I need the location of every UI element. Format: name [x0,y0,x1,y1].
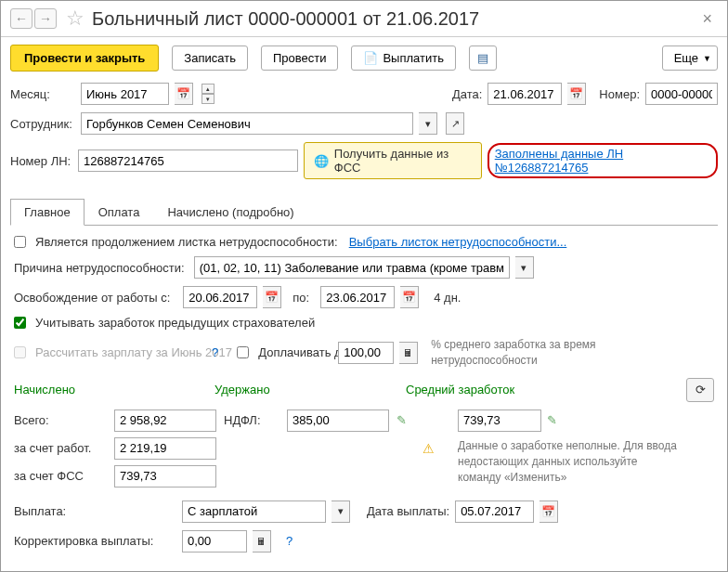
tab-main[interactable]: Главное [10,199,84,226]
extra-pay-label: Доплачивать до [258,345,332,359]
avg-input[interactable] [458,410,541,432]
tab-accrued[interactable]: Начислено (подробно) [153,199,307,226]
continuation-checkbox[interactable] [14,236,26,248]
total-input[interactable] [114,410,216,432]
calendar-icon: 📅 [541,505,555,518]
total-label: Всего: [14,413,107,427]
percent-text: % среднего заработка за время нетрудоспо… [431,337,635,369]
continuation-label: Является продолжением листка нетрудоспос… [35,235,338,249]
close-icon[interactable]: × [696,9,718,29]
fss-label: за счет ФСС [14,469,107,483]
pay-date-input[interactable] [455,500,534,523]
number-input[interactable] [645,83,718,105]
ndfl-label: НДФЛ: [224,413,280,427]
forward-button[interactable]: → [34,8,57,29]
release-to-picker[interactable]: 📅 [400,286,419,308]
ndfl-input[interactable] [287,410,389,432]
calendar-icon: 📅 [569,87,583,100]
pencil-icon[interactable]: ✎ [396,413,415,427]
more-button[interactable]: Еще ▼ [662,46,718,71]
calendar-icon: 📅 [176,87,190,100]
release-from-input[interactable] [183,286,257,308]
tabs: Главное Оплата Начислено (подробно) [10,198,718,226]
release-to-label: по: [292,291,309,305]
post-button[interactable]: Провести [261,46,339,71]
select-sheet-link[interactable]: Выбрать листок нетрудоспособности... [349,235,567,249]
ln-input[interactable] [78,150,298,172]
save-button[interactable]: Записать [172,46,248,71]
refresh-icon: ⟳ [696,383,706,396]
calc-salary-checkbox [14,346,26,358]
correction-input[interactable] [182,530,247,552]
chevron-down-icon: ▼ [703,54,711,63]
tab-main-body: Является продолжением листка нетрудоспос… [1,226,727,569]
prev-insurers-label: Учитывать заработок предыдущих страховат… [35,316,315,330]
window-title: Больничный лист 0000-000001 от 21.06.201… [92,8,479,30]
fss-input[interactable] [114,465,216,488]
date-picker-button[interactable]: 📅 [567,83,586,105]
pencil-icon[interactable]: ✎ [547,413,557,427]
correction-calc[interactable]: 🖩 [253,530,271,552]
post-close-button[interactable]: Провести и закрыть [10,45,159,72]
reason-input[interactable] [194,256,510,279]
pay-label: Выплатить [383,51,444,65]
correction-label: Корректировка выплаты: [14,534,176,548]
help-icon[interactable]: ? [282,534,296,548]
get-fss-button[interactable]: 🌐 Получить данные из ФСС [304,142,482,179]
tab-pay[interactable]: Оплата [84,199,154,226]
pay-date-label: Дата выплаты: [367,504,449,518]
payment-label: Выплата: [14,504,176,518]
avg-header: Средний заработок [406,383,564,396]
warning-icon: ⚠ [422,441,450,456]
help-icon[interactable]: ? [208,345,222,359]
report-button[interactable]: ▤ [469,46,497,71]
month-up[interactable]: ▴ [202,84,214,94]
prev-insurers-checkbox[interactable] [14,317,26,329]
days-label: 4 дн. [434,291,461,305]
employee-dropdown[interactable]: ▾ [419,112,437,135]
payment-input[interactable] [182,500,326,523]
month-input[interactable] [81,83,169,105]
calendar-icon: 📅 [265,291,279,304]
date-input[interactable] [488,83,562,105]
back-button[interactable]: ← [10,8,32,29]
reason-dropdown[interactable]: ▾ [515,256,534,279]
globe-icon: 🌐 [314,154,329,168]
toolbar: Провести и закрыть Записать Провести 📄 В… [1,37,727,79]
extra-pay-checkbox[interactable] [237,346,249,358]
payment-dropdown[interactable]: ▾ [332,500,350,523]
fss-label: Получить данные из ФСС [334,147,472,175]
month-label: Месяц: [10,87,75,101]
more-label: Еще [674,51,698,65]
extra-pay-calc[interactable]: 🖩 [399,342,418,364]
filled-data-link[interactable]: Заполнены данные ЛН №126887214765 [488,143,718,178]
employee-open-button[interactable]: ↗ [446,112,464,135]
withheld-header: Удержано [214,383,400,396]
calendar-icon: 📅 [402,291,416,304]
calc-salary-label: Рассчитать зарплату за Июнь 2017 [35,345,202,359]
employer-input[interactable] [114,437,216,460]
refresh-button[interactable]: ⟳ [686,378,714,402]
month-down[interactable]: ▾ [202,94,214,104]
date-label: Дата: [452,87,482,101]
pay-date-picker[interactable]: 📅 [540,500,558,523]
document-icon: 📄 [363,51,378,65]
release-from-picker[interactable]: 📅 [263,286,281,308]
release-label: Освобождение от работы с: [14,291,170,305]
warning-text: Данные о заработке неполные. Для ввода н… [458,438,679,485]
pay-button[interactable]: 📄 Выплатить [351,46,456,71]
employee-input[interactable] [81,112,413,135]
number-label: Номер: [599,87,640,101]
extra-pay-input[interactable] [338,342,394,364]
list-icon: ▤ [477,51,488,65]
ln-label: Номер ЛН: [10,154,72,168]
reason-label: Причина нетрудоспособности: [14,261,185,275]
titlebar: ← → ☆ Больничный лист 0000-000001 от 21.… [1,1,727,37]
release-to-input[interactable] [320,286,395,308]
employee-label: Сотрудник: [10,117,75,131]
month-picker-button[interactable]: 📅 [175,83,193,105]
favorite-icon[interactable]: ☆ [66,6,84,31]
employer-label: за счет работ. [14,441,107,455]
accrued-header: Начислено [14,383,209,396]
